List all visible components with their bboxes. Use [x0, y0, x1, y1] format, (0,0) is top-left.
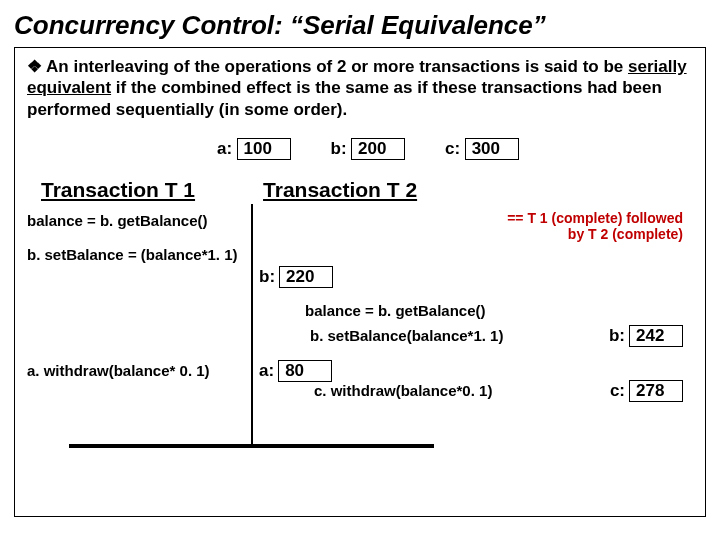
a-value: 100: [237, 138, 291, 160]
tx2-header: Transaction T 2: [263, 178, 417, 202]
equivalence-note: == T 1 (complete) followed by T 2 (compl…: [507, 210, 683, 242]
t1-withdraw: a. withdraw(balance* 0. 1): [27, 362, 210, 379]
note-line1: == T 1 (complete) followed: [507, 210, 683, 226]
t1-setbalance: b. setBalance = (balance*1. 1): [27, 246, 238, 263]
bullet-text-1: ❖ An interleaving of the operations of 2…: [27, 57, 628, 76]
tx-headers-row: Transaction T 1 Transaction T 2: [27, 178, 693, 202]
value-a: a: 100: [217, 138, 291, 160]
result-b-label: b:: [609, 326, 625, 346]
result-b: b: 242: [609, 325, 683, 347]
note-line2: by T 2 (complete): [568, 226, 683, 242]
t1-getbalance: balance = b. getBalance(): [27, 212, 207, 229]
page-title: Concurrency Control: “Serial Equivalence…: [14, 10, 706, 41]
b-value: 200: [351, 138, 405, 160]
tx1-header: Transaction T 1: [41, 178, 195, 202]
t2-withdraw: c. withdraw(balance*0. 1): [314, 382, 492, 399]
c-label: c:: [445, 139, 460, 158]
result-c: c: 278: [610, 380, 683, 402]
mid-a-box: 80: [278, 360, 332, 382]
vertical-divider: [251, 204, 253, 446]
mid-a-value: a: 80: [259, 360, 332, 382]
mid-b-box: 220: [279, 266, 333, 288]
value-b: b: 200: [331, 138, 406, 160]
b-label: b:: [331, 139, 347, 158]
mid-b-label: b:: [259, 267, 275, 287]
result-c-box: 278: [629, 380, 683, 402]
t2-getbalance: balance = b. getBalance(): [305, 302, 485, 319]
initial-values-row: a: 100 b: 200 c: 300: [217, 138, 693, 160]
t2-setbalance: b. setBalance(balance*1. 1): [310, 327, 503, 344]
definition-text: ❖ An interleaving of the operations of 2…: [27, 56, 693, 120]
mid-b-value: b: 220: [259, 266, 333, 288]
value-c: c: 300: [445, 138, 519, 160]
a-label: a:: [217, 139, 232, 158]
c-value: 300: [465, 138, 519, 160]
result-c-label: c:: [610, 381, 625, 401]
result-b-box: 242: [629, 325, 683, 347]
bullet-text-2: if the combined effect is the same as if…: [27, 78, 662, 118]
mid-a-label: a:: [259, 361, 274, 381]
horizontal-baseline: [69, 444, 434, 448]
tx-diagram: == T 1 (complete) followed by T 2 (compl…: [27, 212, 693, 462]
main-frame: ❖ An interleaving of the operations of 2…: [14, 47, 706, 517]
